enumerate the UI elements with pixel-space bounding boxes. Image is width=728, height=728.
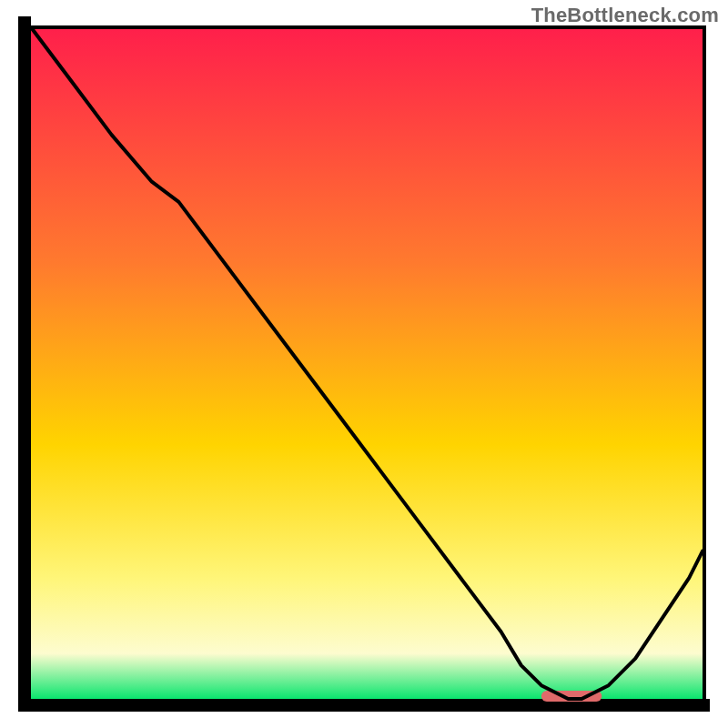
- gradient-background: [29, 27, 703, 701]
- chart-stage: TheBottleneck.com: [0, 0, 728, 728]
- border-right: [703, 25, 706, 703]
- bottleneck-plot: [0, 0, 728, 728]
- border-top: [29, 25, 706, 29]
- axis-bottom: [18, 699, 710, 712]
- axis-left: [18, 16, 31, 712]
